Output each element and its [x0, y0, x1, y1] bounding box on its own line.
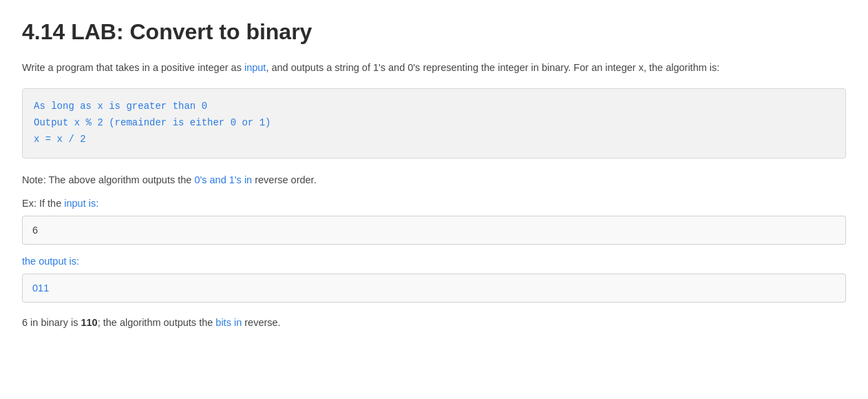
footer-prefix: 6 in binary is [22, 317, 81, 328]
ex-highlight: input is: [64, 198, 98, 209]
note-text: Note: The above algorithm outputs the 0'… [22, 172, 846, 188]
example-input-value: 6 [32, 225, 38, 236]
algorithm-code-block: As long as x is greater than 0 Output x … [22, 88, 846, 158]
ex-prefix: Ex: If the [22, 198, 64, 209]
desc-text1: Write a program that takes in a positive… [22, 62, 244, 73]
footer-suffix: reverse. [242, 317, 280, 328]
note-highlight: 0's and 1's in [194, 174, 252, 185]
desc-text3: , and outputs a string of 1's and 0's re… [266, 62, 719, 73]
output-label: the output is: [22, 256, 846, 267]
footer-highlight: bits in [215, 317, 242, 328]
example-output-value: 011 [32, 283, 49, 294]
code-line-2: Output x % 2 (remainder is either 0 or 1… [34, 115, 834, 132]
example-output-box: 011 [22, 274, 846, 303]
example-input-box: 6 [22, 216, 846, 245]
code-line-3: x = x / 2 [34, 132, 834, 148]
footer-note: 6 in binary is 110; the algorithm output… [22, 315, 846, 331]
footer-middle: ; the algorithm outputs the [98, 317, 216, 328]
code-line-1: As long as x is greater than 0 [34, 99, 834, 115]
note-text1: The above algorithm outputs the [48, 174, 194, 185]
footer-bold: 110 [81, 317, 97, 328]
example-label: Ex: If the input is: [22, 198, 846, 209]
page-title: 4.14 LAB: Convert to binary [22, 19, 846, 45]
description: Write a program that takes in a positive… [22, 60, 846, 76]
note-prefix: Note: [22, 174, 48, 185]
desc-input-highlight: input [244, 62, 266, 73]
note-text3: reverse order. [252, 174, 317, 185]
